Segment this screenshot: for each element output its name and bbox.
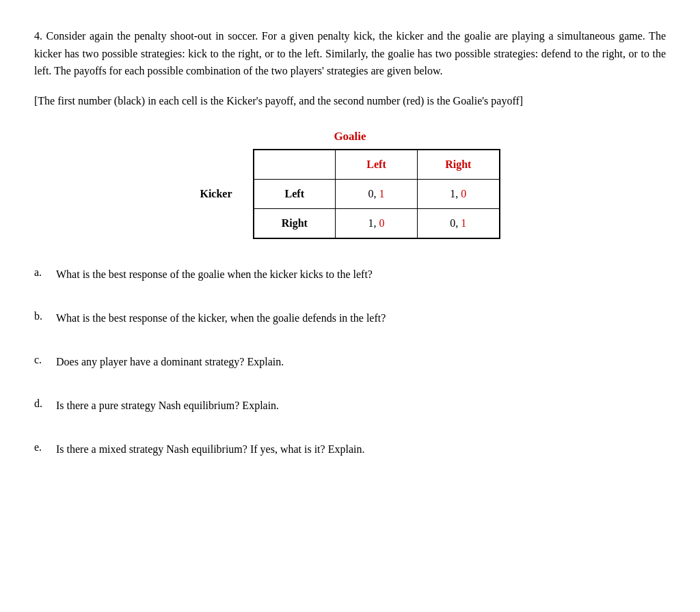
- payoff-table: Left Right Left 0, 1 1, 0 Right: [253, 149, 500, 239]
- row-right: Right 1, 0 0, 1: [254, 209, 500, 239]
- cell-right-left: 1, 0: [336, 209, 418, 239]
- problem-section: 4. Consider again the penalty shoot-out …: [34, 27, 666, 458]
- cell-ll-red: 1: [379, 188, 385, 199]
- goalie-label: Goalie: [334, 130, 366, 143]
- cell-ll-black: 0,: [368, 188, 379, 199]
- cell-left-left: 0, 1: [336, 180, 418, 209]
- header-row: Left Right: [254, 150, 500, 180]
- question-b: b. What is the best response of the kick…: [34, 310, 666, 326]
- problem-number: 4.: [34, 30, 42, 42]
- table-with-kicker: Kicker Left Right Left 0, 1 1, 0: [200, 149, 500, 239]
- cell-rr-red: 1: [461, 217, 466, 229]
- col-header-left: Left: [336, 150, 418, 180]
- row-header-right: Right: [254, 209, 336, 239]
- question-e: e. Is there a mixed strategy Nash equili…: [34, 441, 666, 458]
- row-left: Left 0, 1 1, 0: [254, 180, 500, 209]
- empty-corner-cell: [254, 150, 336, 180]
- cell-rr-black: 0,: [450, 217, 461, 229]
- cell-left-right: 1, 0: [418, 180, 500, 209]
- questions-section: a. What is the best response of the goal…: [34, 266, 666, 458]
- col-header-right: Right: [418, 150, 500, 180]
- cell-lr-red: 0: [461, 188, 466, 199]
- question-d: d. Is there a pure strategy Nash equilib…: [34, 398, 666, 414]
- problem-text: 4. Consider again the penalty shoot-out …: [34, 27, 666, 80]
- question-c: c. Does any player have a dominant strat…: [34, 354, 666, 370]
- question-d-label: d.: [34, 398, 48, 410]
- cell-rl-black: 1,: [368, 217, 379, 229]
- cell-lr-black: 1,: [450, 188, 461, 199]
- question-c-text: Does any player have a dominant strategy…: [56, 354, 284, 370]
- cell-right-right: 0, 1: [418, 209, 500, 239]
- question-e-label: e.: [34, 441, 48, 454]
- question-a: a. What is the best response of the goal…: [34, 266, 666, 283]
- question-a-text: What is the best response of the goalie …: [56, 266, 373, 283]
- row-header-left: Left: [254, 180, 336, 209]
- question-c-label: c.: [34, 354, 48, 366]
- cell-rl-red: 0: [379, 217, 385, 229]
- question-d-text: Is there a pure strategy Nash equilibriu…: [56, 398, 279, 414]
- question-b-label: b.: [34, 310, 48, 322]
- question-e-text: Is there a mixed strategy Nash equilibri…: [56, 441, 364, 458]
- question-a-label: a.: [34, 266, 48, 279]
- game-table-container: Goalie Kicker Left Right Left 0, 1: [34, 130, 666, 239]
- problem-main-text: Consider again the penalty shoot-out in …: [34, 30, 666, 76]
- question-b-text: What is the best response of the kicker,…: [56, 310, 386, 326]
- note-text: [The first number (black) in each cell i…: [34, 92, 666, 110]
- kicker-label: Kicker: [200, 188, 232, 200]
